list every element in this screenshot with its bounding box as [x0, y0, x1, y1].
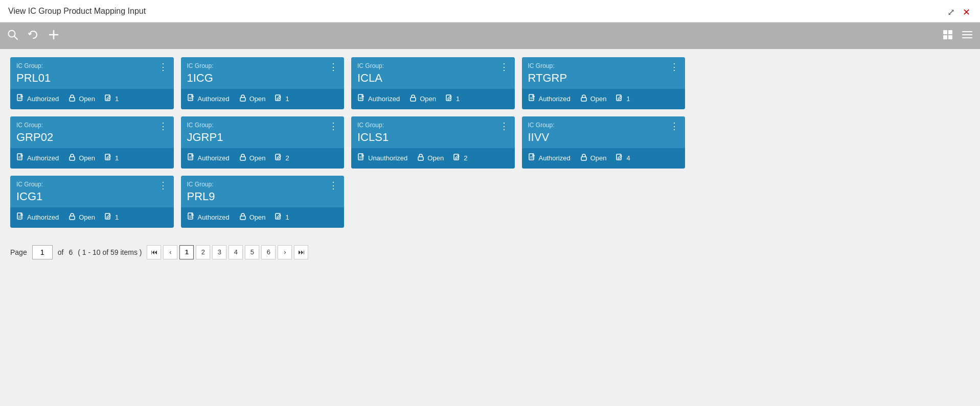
auth-label: Authorized [198, 95, 230, 103]
card-menu-icon[interactable]: ⋮ [499, 122, 509, 131]
card-header: IC Group: IIVV ⋮ [522, 116, 686, 148]
svg-rect-34 [70, 157, 75, 160]
page-first-btn[interactable]: ⏮ [147, 245, 161, 259]
edit-icon [453, 153, 461, 163]
card-edit-count: 2 [453, 153, 467, 163]
card-footer: Authorized Open 1 [351, 89, 515, 109]
svg-rect-39 [240, 157, 245, 160]
card-menu-icon[interactable]: ⋮ [158, 181, 168, 190]
card-title: PRL01 [16, 71, 51, 85]
edit-count-label: 1 [626, 95, 630, 103]
card-icls1[interactable]: IC Group: ICLS1 ⋮ Unauthorized Open [351, 116, 515, 169]
add-icon[interactable] [48, 29, 59, 43]
card-auth-status: Authorized [187, 153, 230, 163]
card-lock-status: Open [580, 94, 607, 104]
lock-label: Open [249, 95, 266, 103]
card-edit-count: 1 [104, 212, 119, 223]
edit-icon [104, 94, 112, 104]
edit-icon [445, 94, 453, 104]
auth-label: Unauthorized [368, 154, 407, 162]
auth-label: Authorized [27, 154, 59, 162]
file-icon [357, 153, 366, 163]
svg-rect-49 [581, 157, 586, 160]
card-icla[interactable]: IC Group: ICLA ⋮ Authorized Open [351, 57, 515, 109]
page-btn-5[interactable]: 5 [245, 245, 259, 259]
card-edit-count: 1 [104, 153, 119, 163]
of-label: of [58, 248, 64, 256]
card-title: PRL9 [187, 190, 215, 203]
lock-icon [409, 94, 417, 104]
card-menu-icon[interactable]: ⋮ [329, 122, 338, 131]
edit-count-label: 1 [115, 213, 119, 221]
maximize-icon[interactable]: ⤢ [947, 7, 956, 16]
page-last-btn[interactable]: ⏭ [294, 245, 308, 259]
svg-rect-54 [70, 216, 75, 220]
card-footer: Authorized Open 2 [181, 148, 345, 169]
svg-rect-24 [411, 98, 416, 101]
card-header: IC Group: 1ICG ⋮ [181, 57, 345, 89]
page-btn-3[interactable]: 3 [212, 245, 226, 259]
card-grp02[interactable]: IC Group: GRP02 ⋮ Authorized Open [10, 116, 174, 169]
card-lock-status: Open [239, 212, 266, 223]
close-icon[interactable]: ✕ [963, 7, 972, 16]
card-header: IC Group: RTGRP ⋮ [522, 57, 686, 89]
lock-icon [417, 153, 425, 163]
lock-icon [580, 94, 588, 104]
card-menu-icon[interactable]: ⋮ [499, 62, 509, 71]
svg-rect-7 [948, 35, 952, 39]
svg-rect-14 [70, 98, 75, 101]
card-menu-icon[interactable]: ⋮ [158, 122, 168, 131]
card-header: IC Group: ICLA ⋮ [351, 57, 515, 89]
card-edit-count: 1 [275, 94, 289, 104]
card-menu-icon[interactable]: ⋮ [158, 62, 168, 71]
page-btn-6[interactable]: 6 [261, 245, 276, 259]
card-header: IC Group: GRP02 ⋮ [10, 116, 174, 148]
edit-count-label: 1 [115, 154, 119, 162]
card-header: IC Group: ICLS1 ⋮ [351, 116, 515, 148]
svg-rect-6 [943, 35, 947, 39]
card-1icg[interactable]: IC Group: 1ICG ⋮ Authorized Open [181, 57, 345, 109]
file-icon [16, 212, 25, 223]
card-menu-icon[interactable]: ⋮ [329, 62, 338, 71]
hamburger-menu-icon[interactable] [962, 29, 973, 43]
edit-icon [616, 153, 624, 163]
card-title: GRP02 [16, 131, 53, 144]
card-iivv[interactable]: IC Group: IIVV ⋮ Authorized Open [522, 116, 686, 169]
card-icg1[interactable]: IC Group: ICG1 ⋮ Authorized Open [10, 176, 174, 228]
card-title: IIVV [528, 131, 555, 144]
card-footer: Authorized Open 1 [181, 89, 345, 109]
card-label: IC Group: [528, 62, 567, 70]
card-jgrp1[interactable]: IC Group: JGRP1 ⋮ Authorized Open [181, 116, 345, 169]
toolbar [0, 22, 980, 49]
card-menu-icon[interactable]: ⋮ [670, 122, 679, 131]
card-auth-status: Authorized [187, 94, 230, 104]
card-edit-count: 1 [104, 94, 119, 104]
page-number-input[interactable] [32, 245, 53, 259]
page-next-btn[interactable]: › [278, 245, 292, 259]
edit-count-label: 2 [285, 154, 289, 162]
card-auth-status: Authorized [16, 94, 59, 104]
card-prl01[interactable]: IC Group: PRL01 ⋮ Authorized Open [10, 57, 174, 109]
page-btn-2[interactable]: 2 [196, 245, 210, 259]
card-prl9[interactable]: IC Group: PRL9 ⋮ Authorized Open [181, 176, 345, 228]
auth-label: Authorized [198, 154, 230, 162]
card-label: IC Group: [16, 181, 43, 189]
page-btn-1[interactable]: 1 [179, 245, 194, 259]
card-header: IC Group: PRL01 ⋮ [10, 57, 174, 89]
page-btn-4[interactable]: 4 [229, 245, 243, 259]
edit-icon [104, 153, 112, 163]
card-header: IC Group: JGRP1 ⋮ [181, 116, 345, 148]
card-label: IC Group: [16, 122, 53, 130]
lock-icon [68, 153, 76, 163]
grid-view-icon[interactable] [942, 29, 953, 43]
card-menu-icon[interactable]: ⋮ [329, 181, 338, 190]
edit-icon [616, 94, 624, 104]
edit-icon [104, 212, 112, 223]
page-prev-btn[interactable]: ‹ [163, 245, 177, 259]
card-rtgrp[interactable]: IC Group: RTGRP ⋮ Authorized Open [522, 57, 686, 109]
search-icon[interactable] [7, 29, 18, 43]
refresh-icon[interactable] [28, 29, 39, 43]
svg-rect-29 [581, 98, 586, 101]
card-menu-icon[interactable]: ⋮ [670, 62, 679, 71]
card-title: RTGRP [528, 71, 567, 85]
